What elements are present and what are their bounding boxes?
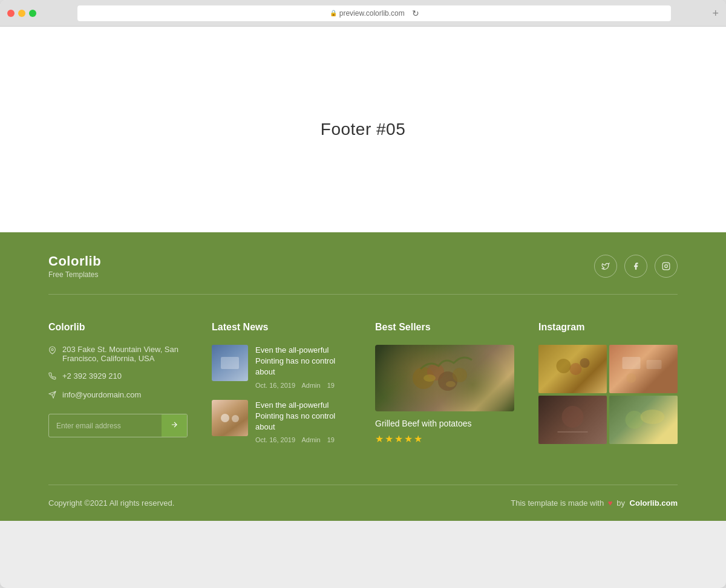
product-image <box>375 345 514 411</box>
svg-point-14 <box>570 363 582 375</box>
email-input[interactable] <box>49 414 162 437</box>
instagram-item-3[interactable] <box>538 396 607 444</box>
svg-rect-0 <box>662 263 670 270</box>
svg-point-3 <box>51 348 53 350</box>
svg-point-13 <box>557 359 571 373</box>
news-meta-2: Oct. 16, 2019 Admin 19 <box>255 436 351 443</box>
heart-icon: ♥ <box>608 498 613 508</box>
news-author-1: Admin <box>302 382 321 389</box>
footer-top: Colorlib Free Templates <box>48 232 678 295</box>
svg-point-15 <box>580 358 590 368</box>
made-with-text: This template is made with <box>511 498 604 508</box>
location-icon <box>48 345 56 357</box>
url-text: preview.colorlib.com <box>339 9 405 18</box>
news-column: Latest News Even the all-powerful Pointi… <box>212 322 351 454</box>
address-bar[interactable]: 🔒 preview.colorlib.com ↻ <box>77 5 671 21</box>
contact-title: Colorlib <box>48 322 188 333</box>
address-item: 203 Fake St. Mountain View, San Francisc… <box>48 345 188 363</box>
footer-main: Colorlib 203 Fake St. Mountain View, San… <box>48 295 678 485</box>
copyright-text: Copyright ©2021 All rights reserved. <box>48 498 174 508</box>
instagram-item-1[interactable] <box>538 345 607 393</box>
email-item: info@yourdomain.com <box>48 390 188 400</box>
news-title-2[interactable]: Even the all-powerful Pointing has no co… <box>255 400 351 433</box>
instagram-icon[interactable] <box>655 255 678 278</box>
traffic-lights <box>7 10 36 17</box>
svg-point-12 <box>446 381 456 387</box>
address-text: 203 Fake St. Mountain View, San Francisc… <box>62 345 188 363</box>
news-thumb-2 <box>212 400 248 436</box>
svg-point-18 <box>627 373 636 383</box>
news-content-1: Even the all-powerful Pointing has no co… <box>255 345 351 389</box>
news-meta-1: Oct. 16, 2019 Admin 19 <box>255 382 351 389</box>
social-icons <box>594 255 678 278</box>
svg-rect-16 <box>623 357 641 369</box>
brand: Colorlib Free Templates <box>48 253 101 279</box>
instagram-column: Instagram <box>538 322 678 454</box>
footer-bottom: Copyright ©2021 All rights reserved. Thi… <box>48 485 678 521</box>
svg-rect-17 <box>647 360 662 369</box>
news-content-2: Even the all-powerful Pointing has no co… <box>255 400 351 444</box>
news-item-2: Even the all-powerful Pointing has no co… <box>212 400 351 444</box>
hero-section: Footer #05 <box>0 27 726 232</box>
news-date-1: Oct. 16, 2019 <box>255 382 295 389</box>
bestsellers-column: Best Sellers <box>375 322 514 454</box>
instagram-item-4[interactable] <box>609 396 678 444</box>
news-title-1[interactable]: Even the all-powerful Pointing has no co… <box>255 345 351 378</box>
refresh-button[interactable]: ↻ <box>412 8 419 18</box>
add-tab-button[interactable]: + <box>712 8 719 19</box>
email-icon <box>48 391 56 400</box>
news-author-2: Admin <box>302 436 321 443</box>
svg-point-22 <box>641 410 665 424</box>
lock-icon: 🔒 <box>330 10 337 16</box>
page-title: Footer #05 <box>321 120 405 139</box>
phone-item: +2 392 3929 210 <box>48 371 188 382</box>
news-thumb-1 <box>212 345 248 381</box>
email-form <box>48 414 188 437</box>
news-date-2: Oct. 16, 2019 <box>255 436 295 443</box>
by-text: by <box>616 498 625 508</box>
twitter-icon[interactable] <box>594 255 617 278</box>
browser-toolbar: 🔒 preview.colorlib.com ↻ + <box>0 0 726 27</box>
phone-text: +2 392 3929 210 <box>62 371 122 381</box>
news-item-1: Even the all-powerful Pointing has no co… <box>212 345 351 389</box>
close-button[interactable] <box>7 10 15 17</box>
brand-tagline: Free Templates <box>48 270 101 279</box>
phone-icon <box>48 372 56 382</box>
svg-point-2 <box>668 264 669 264</box>
bestsellers-title: Best Sellers <box>375 322 514 333</box>
instagram-item-2[interactable] <box>609 345 678 393</box>
colorlib-brand[interactable]: Colorlib.com <box>630 498 678 508</box>
instagram-grid <box>538 345 678 444</box>
svg-point-11 <box>424 374 436 382</box>
facebook-icon[interactable] <box>624 255 647 278</box>
instagram-title: Instagram <box>538 322 678 333</box>
minimize-button[interactable] <box>18 10 25 17</box>
news-title: Latest News <box>212 322 351 333</box>
svg-point-10 <box>453 368 467 382</box>
svg-point-1 <box>665 265 668 268</box>
news-comments-2: 19 <box>327 436 335 443</box>
product-name[interactable]: Grilled Beef with potatoes <box>375 419 514 428</box>
page-content: Footer #05 Colorlib Free Templates <box>0 27 726 521</box>
product-stars: ★★★★★ <box>375 433 514 445</box>
maximize-button[interactable] <box>29 10 36 17</box>
brand-name: Colorlib <box>48 253 101 269</box>
email-text: info@yourdomain.com <box>62 390 141 399</box>
news-comments-1: 19 <box>327 382 335 389</box>
svg-point-21 <box>626 411 644 429</box>
svg-point-19 <box>562 406 584 428</box>
footer: Colorlib Free Templates <box>0 232 726 521</box>
email-submit-button[interactable] <box>162 414 187 437</box>
made-with: This template is made with ♥ by Colorlib… <box>511 498 678 508</box>
contact-column: Colorlib 203 Fake St. Mountain View, San… <box>48 322 188 454</box>
